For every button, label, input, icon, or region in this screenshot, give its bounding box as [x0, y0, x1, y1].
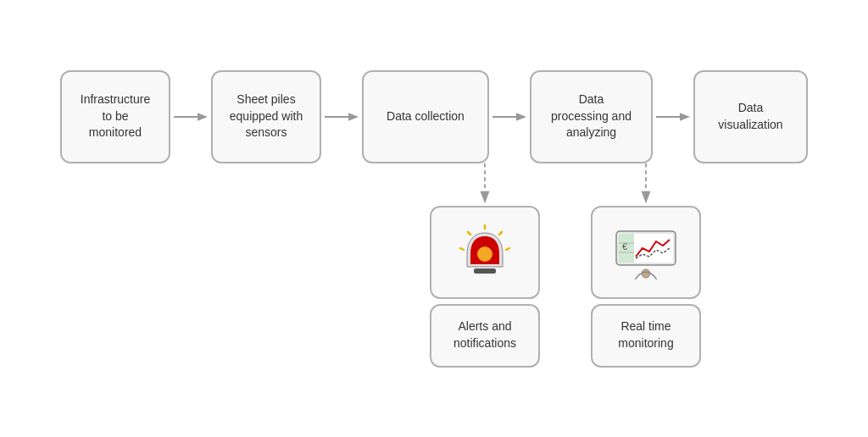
svg-point-11: [477, 246, 492, 262]
monitoring-branch: € Real timemonitoring: [591, 163, 701, 368]
data-visualization-box: Datavisualization: [693, 70, 808, 163]
svg-rect-10: [474, 268, 496, 274]
svg-line-14: [468, 232, 470, 235]
data-processing-label: Dataprocessing andanalyzing: [551, 91, 632, 141]
data-collection-label: Data collection: [387, 108, 465, 125]
monitoring-dashed-arrow: [633, 163, 659, 206]
svg-marker-5: [516, 113, 526, 121]
svg-marker-7: [680, 113, 690, 121]
svg-line-15: [506, 248, 509, 250]
svg-marker-1: [198, 113, 208, 121]
alerts-label-box: Alerts andnotifications: [430, 304, 540, 368]
svg-point-25: [642, 269, 650, 278]
svg-line-16: [460, 248, 464, 250]
top-row: Infrastructureto be monitored Sheet pile…: [60, 70, 808, 163]
alerts-dashed-arrow: [472, 163, 498, 206]
sheet-piles-box: Sheet pilesequipped withsensors: [211, 70, 321, 163]
alarm-icon: [455, 224, 515, 279]
arrow-2: [325, 107, 359, 127]
data-processing-box: Dataprocessing andanalyzing: [530, 70, 653, 163]
infrastructure-box: Infrastructureto be monitored: [60, 70, 170, 163]
alerts-label: Alerts andnotifications: [453, 318, 516, 351]
svg-marker-3: [348, 113, 359, 121]
svg-line-13: [499, 232, 502, 235]
monitoring-label-box: Real timemonitoring: [591, 304, 701, 368]
data-visualization-label: Datavisualization: [718, 100, 782, 133]
monitoring-label: Real timemonitoring: [618, 318, 673, 351]
svg-marker-9: [481, 191, 490, 203]
svg-marker-18: [642, 191, 651, 203]
infrastructure-label: Infrastructureto be monitored: [75, 91, 155, 141]
monitor-icon: €: [612, 224, 680, 279]
alerts-branch: Alerts andnotifications: [430, 163, 540, 368]
alerts-icon-box: [430, 206, 540, 299]
sheet-piles-label: Sheet pilesequipped withsensors: [230, 91, 303, 141]
monitoring-icon-box: €: [591, 206, 701, 299]
data-collection-box: Data collection: [362, 70, 489, 163]
arrow-4: [656, 107, 690, 127]
arrow-3: [492, 107, 526, 127]
diagram: Infrastructureto be monitored Sheet pile…: [0, 53, 868, 384]
arrow-1: [174, 107, 208, 127]
